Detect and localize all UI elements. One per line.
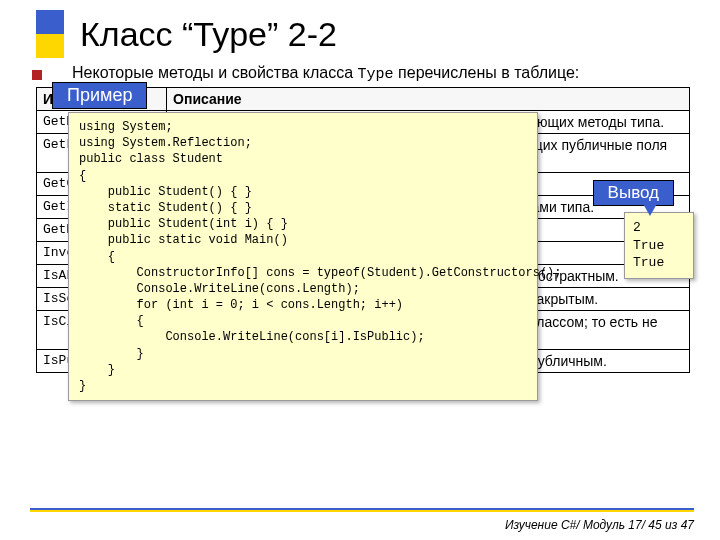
callout-tail-icon bbox=[642, 202, 658, 216]
title-block: Класс “Type” 2-2 bbox=[36, 10, 690, 58]
page-title: Класс “Type” 2-2 bbox=[80, 15, 337, 54]
flag-icon bbox=[36, 10, 64, 58]
lead-text: Некоторые методы и свойства класса Type … bbox=[72, 64, 690, 83]
lead-pre: Некоторые методы и свойства класса bbox=[72, 64, 358, 81]
output-label: Вывод bbox=[593, 180, 674, 206]
example-label: Пример bbox=[52, 82, 147, 109]
bullet-icon bbox=[32, 70, 42, 80]
code-sample: using System; using System.Reflection; p… bbox=[68, 112, 538, 401]
footer-divider bbox=[30, 508, 694, 512]
col-desc-header: Описание bbox=[167, 88, 690, 111]
lead-code: Type bbox=[358, 66, 394, 83]
lead-post: перечислены в таблице: bbox=[394, 64, 580, 81]
output-sample: 2 True True bbox=[624, 212, 694, 279]
footer-text: Изучение C#/ Модуль 17/ 45 из 47 bbox=[505, 518, 694, 532]
